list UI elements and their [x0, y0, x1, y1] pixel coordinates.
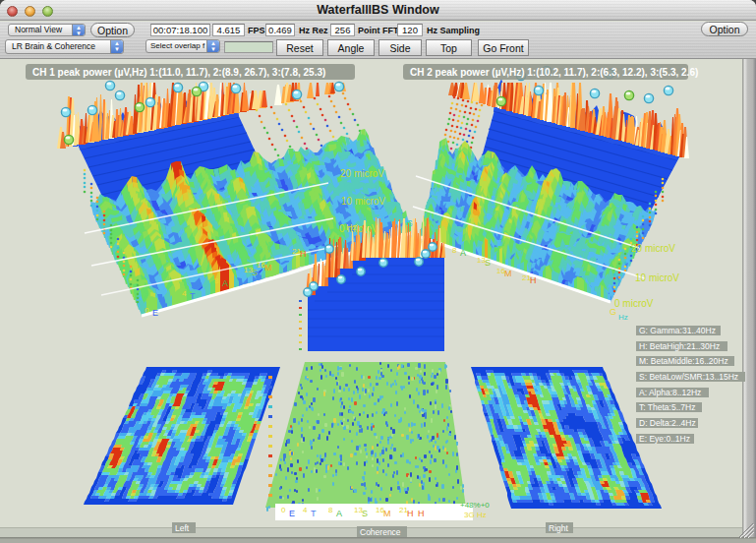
- svg-text:20 microV: 20 microV: [340, 168, 384, 179]
- svg-text:+48%+0: +48%+0: [460, 501, 490, 510]
- svg-text:Right: Right: [549, 523, 568, 533]
- svg-text:E: E: [152, 308, 158, 318]
- svg-text:H: H: [418, 509, 425, 518]
- svg-text:G: G: [610, 307, 616, 317]
- svg-text:CH 2 peak power (µV,Hz) 1:(10.: CH 2 peak power (µV,Hz) 1:(10.2, 11.7), …: [410, 67, 698, 78]
- svg-text:H: H: [300, 249, 307, 259]
- svg-text:M: M: [264, 263, 272, 272]
- svg-text:T: T: [190, 291, 196, 301]
- svg-text:M: BetaMiddle:16..20Hz: M: BetaMiddle:16..20Hz: [639, 356, 728, 366]
- svg-text:S: BetaLow/SMR:13..15Hz: S: BetaLow/SMR:13..15Hz: [639, 372, 738, 382]
- svg-text:0: 0: [281, 506, 286, 514]
- svg-text:H: H: [407, 509, 414, 518]
- svg-text:Left: Left: [175, 523, 190, 533]
- svg-text:M: M: [504, 269, 512, 278]
- svg-text:E: E: [289, 509, 295, 518]
- svg-text:8: 8: [328, 506, 333, 514]
- svg-text:G: G: [406, 218, 413, 228]
- svg-text:E: Eye:0..1Hz: E: Eye:0..1Hz: [639, 434, 690, 444]
- svg-text:0: 0: [145, 306, 149, 315]
- svg-text:G: Gamma:31..40Hz: G: Gamma:31..40Hz: [639, 326, 716, 335]
- svg-text:8: 8: [452, 246, 457, 255]
- svg-text:S: S: [362, 509, 368, 518]
- svg-text:T: Theta:5..7Hz: T: Theta:5..7Hz: [639, 402, 695, 412]
- svg-text:Coherence: Coherence: [360, 527, 401, 537]
- svg-text:H: BetaHigh:21..30Hz: H: BetaHigh:21..30Hz: [639, 341, 720, 351]
- svg-text:3G Hz: 3G Hz: [464, 511, 487, 519]
- svg-text:10 microV: 10 microV: [635, 272, 679, 283]
- svg-text:CH 1 peak power (µV,Hz) 1:(11.: CH 1 peak power (µV,Hz) 1:(11.0, 11.7), …: [32, 67, 325, 78]
- svg-text:4: 4: [182, 289, 187, 298]
- svg-text:T: T: [311, 509, 317, 518]
- svg-text:S: S: [485, 258, 491, 268]
- svg-text:D: Delta:2..4Hz: D: Delta:2..4Hz: [639, 418, 696, 428]
- svg-text:A: A: [336, 509, 342, 518]
- svg-text:A: Alpha:8..12Hz: A: Alpha:8..12Hz: [639, 388, 701, 397]
- svg-text:A: A: [222, 278, 228, 288]
- svg-text:H: H: [530, 275, 537, 285]
- svg-text:8: 8: [214, 276, 219, 285]
- svg-text:M: M: [383, 509, 391, 518]
- svg-text:A: A: [460, 248, 466, 258]
- svg-text:Hz: Hz: [618, 313, 628, 322]
- svg-text:10 microV: 10 microV: [341, 196, 385, 207]
- svg-text:4: 4: [303, 506, 308, 514]
- svg-text:20 microV: 20 microV: [631, 243, 675, 254]
- svg-text:0 microV: 0 microV: [614, 298, 654, 309]
